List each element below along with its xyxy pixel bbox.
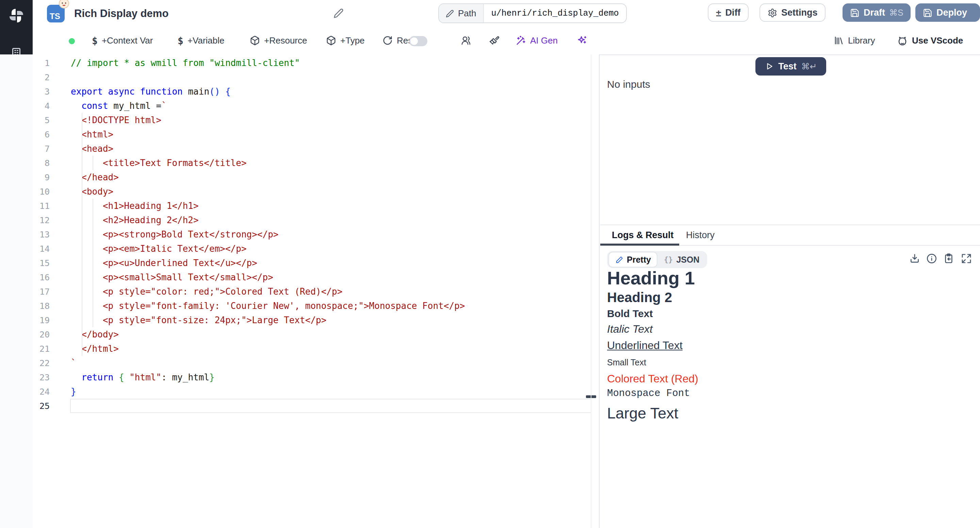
path-label-segment[interactable]: Path	[439, 4, 484, 22]
line-number: 4	[33, 99, 50, 113]
line-number: 3	[33, 84, 50, 99]
expand-result-button[interactable]	[961, 253, 972, 264]
code-line[interactable]: 18 <p style="font-family: 'Courier New',…	[33, 299, 599, 313]
code-line[interactable]: 3export async function main() {	[33, 84, 599, 99]
line-number: 22	[33, 356, 50, 370]
code-line[interactable]: 20 </body>	[33, 327, 599, 342]
format-button[interactable]	[489, 27, 500, 54]
code-line[interactable]: 6 <html>	[33, 127, 599, 142]
panel-resize-divider[interactable]	[599, 54, 600, 528]
diff-mode-toggle[interactable]	[409, 36, 427, 46]
code-line[interactable]: 11 <h1>Heading 1</h1>	[33, 199, 599, 213]
code-line[interactable]: 2	[33, 70, 599, 84]
code-line[interactable]: 16 <p><small>Small Text</small></p>	[33, 270, 599, 285]
library-icon	[834, 35, 844, 46]
pretty-view-button[interactable]: Pretty	[608, 252, 658, 267]
settings-label: Settings	[781, 8, 818, 18]
line-number: 25	[33, 399, 50, 413]
users-icon	[461, 35, 471, 46]
code-line[interactable]: 23 return { "html": my_html}	[33, 370, 599, 385]
code-text: </head>	[71, 170, 119, 184]
code-editor[interactable]: 1// import * as wmill from "windmill-cli…	[33, 54, 599, 528]
add-resource-label: +Resource	[264, 35, 307, 46]
path-field[interactable]: Path u/henri/rich_display_demo	[438, 3, 627, 23]
draft-button[interactable]: Draft ⌘S	[843, 3, 911, 22]
code-text: const my_html =`	[71, 99, 167, 113]
editor-gutter	[0, 54, 36, 528]
result-info-button[interactable]	[926, 253, 937, 264]
ai-assistant-button[interactable]	[577, 27, 587, 54]
settings-button[interactable]: Settings	[759, 3, 826, 22]
code-text: <head>	[71, 142, 113, 156]
editor-toolbar: $ +Context Var $ +Variable +Resource +Ty…	[33, 27, 980, 55]
windmill-script-editor: $	[0, 0, 980, 528]
line-number: 12	[33, 213, 50, 227]
page-title: Rich Display demo	[74, 8, 169, 20]
deploy-button[interactable]: Deploy	[915, 3, 980, 22]
code-line[interactable]: 21 </html>	[33, 342, 599, 356]
package-icon	[250, 35, 260, 46]
code-line[interactable]: 24}	[33, 385, 599, 399]
add-type-button[interactable]: +Type	[326, 27, 365, 54]
code-line[interactable]: 7 <head>	[33, 142, 599, 156]
code-text: <!DOCTYPE html>	[71, 113, 161, 127]
path-label: Path	[458, 8, 476, 18]
result-monospace-text: Monospace Font	[607, 388, 975, 399]
code-line[interactable]: 15 <p><u>Underlined Text</u></p>	[33, 256, 599, 270]
code-line[interactable]: 14 <p><em>Italic Text</em></p>	[33, 242, 599, 256]
line-number: 8	[33, 156, 50, 170]
test-shortcut: ⌘↵	[801, 61, 817, 72]
test-button[interactable]: Test ⌘↵	[756, 57, 826, 76]
code-line[interactable]: 17 <p style="color: red;">Colored Text (…	[33, 285, 599, 299]
copy-result-button[interactable]	[943, 253, 954, 264]
use-vscode-button[interactable]: Use VScode	[897, 27, 963, 54]
vscode-cat-icon	[897, 35, 908, 46]
editor-scrollbar-edge[interactable]	[591, 54, 592, 528]
library-button[interactable]: Library	[834, 27, 875, 54]
code-line[interactable]: 5 <!DOCTYPE html>	[33, 113, 599, 127]
code-line[interactable]: 19 <p style="font-size: 24px;">Large Tex…	[33, 313, 599, 327]
code-text: <p style="font-size: 24px;">Large Text</…	[71, 313, 326, 327]
line-number: 14	[33, 242, 50, 256]
code-text: <h1>Heading 1</h1>	[71, 199, 199, 213]
active-tab-underline	[600, 243, 679, 246]
save-icon	[850, 8, 859, 17]
code-line[interactable]: 10 <body>	[33, 184, 599, 199]
line-number: 7	[33, 142, 50, 156]
code-line[interactable]: 9 </head>	[33, 170, 599, 184]
json-view-button[interactable]: {} JSON	[658, 253, 706, 267]
code-line[interactable]: 1// import * as wmill from "windmill-cli…	[33, 56, 599, 70]
code-text: <html>	[71, 127, 113, 142]
line-number: 10	[33, 184, 50, 199]
add-resource-button[interactable]: +Resource	[250, 27, 307, 54]
line-number: 11	[33, 199, 50, 213]
edit-title-button[interactable]	[334, 8, 344, 18]
multiplayer-button[interactable]	[461, 27, 471, 54]
windmill-logo[interactable]	[0, 4, 33, 27]
line-number: 13	[33, 227, 50, 242]
code-line[interactable]: 12 <h2>Heading 2</h2>	[33, 213, 599, 227]
path-value[interactable]: u/henri/rich_display_demo	[484, 4, 627, 22]
add-context-var-button[interactable]: $ +Context Var	[92, 27, 153, 54]
add-variable-label: +Variable	[188, 35, 224, 46]
code-line[interactable]: 8 <title>Text Formats</title>	[33, 156, 599, 170]
ai-gen-button[interactable]: AI Gen	[516, 27, 558, 54]
code-line[interactable]: 22`	[33, 356, 599, 370]
add-variable-button[interactable]: $ +Variable	[178, 27, 224, 54]
line-number: 21	[33, 342, 50, 356]
result-colored-text: Colored Text (Red)	[607, 372, 975, 385]
tab-history[interactable]: History	[686, 230, 714, 240]
tab-logs-result[interactable]: Logs & Result	[612, 230, 674, 240]
result-italic-text: Italic Text	[607, 323, 975, 336]
code-text: <p><em>Italic Text</em></p>	[71, 242, 247, 256]
line-number: 20	[33, 327, 50, 342]
code-line[interactable]: 13 <p><strong>Bold Text</strong></p>	[33, 227, 599, 242]
code-line[interactable]: 4 const my_html =`	[33, 99, 599, 113]
library-label: Library	[848, 35, 875, 46]
result-heading-2: Heading 2	[607, 290, 975, 305]
diff-button[interactable]: ± Diff	[708, 3, 749, 22]
code-text: }	[71, 385, 76, 399]
baby-emoji-icon	[59, 0, 69, 9]
download-result-button[interactable]	[909, 253, 920, 264]
result-bold-text: Bold Text	[607, 307, 975, 320]
